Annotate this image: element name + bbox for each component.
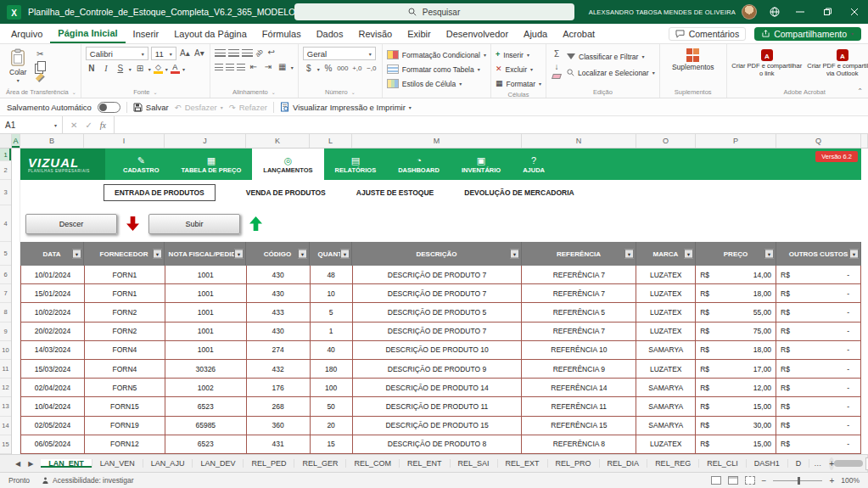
cell-date[interactable]: 10/01/2024 bbox=[21, 266, 85, 283]
cell-quantity[interactable]: 100 bbox=[311, 379, 353, 396]
cell-price[interactable]: R$15,00 bbox=[696, 397, 776, 415]
excel-app-icon[interactable]: X bbox=[7, 5, 21, 20]
cell-code[interactable]: 360 bbox=[247, 417, 311, 435]
undo-button[interactable]: ↶Desfazer▾ bbox=[175, 103, 223, 112]
header-codigo[interactable]: CÓDIGO▼ bbox=[246, 242, 310, 266]
cell-brand[interactable]: SAMARYA bbox=[636, 341, 696, 359]
cell-other-costs[interactable]: R$- bbox=[776, 379, 861, 396]
redo-button[interactable]: ↷Refazer bbox=[229, 103, 267, 112]
cell-description[interactable]: DESCRIÇÃO DE PRODUTO 9 bbox=[353, 360, 523, 378]
cell-supplier[interactable]: FORN4 bbox=[85, 341, 165, 359]
cell-supplier[interactable]: FORN1 bbox=[85, 284, 165, 302]
cell-brand[interactable]: LUZATEX bbox=[636, 323, 696, 340]
sheet-tab[interactable]: LAN_DEV bbox=[193, 459, 244, 468]
filter-icon[interactable]: ▼ bbox=[72, 250, 81, 259]
cell-reference[interactable]: REFERÊNCIA 9 bbox=[522, 360, 636, 378]
cell-description[interactable]: DESCRIÇÃO DE PRODUTO 7 bbox=[353, 284, 523, 302]
format-painter-icon[interactable] bbox=[36, 73, 45, 82]
cell-date[interactable]: 02/05/2024 bbox=[21, 417, 85, 435]
cell-invoice[interactable]: 6523 bbox=[165, 435, 247, 453]
sheet-tab[interactable]: REL_GER bbox=[294, 459, 346, 468]
cell-code[interactable]: 432 bbox=[247, 360, 311, 378]
wrap-text-icon[interactable]: ↩ bbox=[266, 47, 277, 59]
cell-quantity[interactable]: 40 bbox=[311, 341, 353, 359]
cell-other-costs[interactable]: R$- bbox=[776, 397, 861, 415]
column-header[interactable]: P bbox=[696, 134, 776, 148]
cell-reference[interactable]: REFERÊNCIA 11 bbox=[522, 397, 636, 415]
sheet-tab[interactable]: REL_REG bbox=[647, 459, 699, 468]
cell-quantity[interactable]: 50 bbox=[311, 397, 353, 415]
zoom-out-icon[interactable]: − bbox=[762, 476, 767, 485]
align-left-icon[interactable] bbox=[215, 64, 223, 71]
cell-description[interactable]: DESCRIÇÃO DE PRODUTO 8 bbox=[353, 435, 523, 453]
cell-invoice[interactable]: 1001 bbox=[165, 303, 247, 321]
row-header[interactable]: 8 bbox=[0, 303, 11, 322]
row-header[interactable]: 11 bbox=[0, 360, 11, 379]
cell-code[interactable]: 430 bbox=[247, 284, 311, 302]
cell-other-costs[interactable]: R$- bbox=[776, 303, 861, 321]
cell-supplier[interactable]: FORN2 bbox=[85, 303, 165, 321]
comma-format-icon[interactable]: 000 bbox=[337, 63, 349, 75]
sheet-tab[interactable]: REL_ENT bbox=[400, 459, 451, 468]
find-select-button[interactable]: Localizar e Selecionar▾ bbox=[567, 66, 655, 79]
filter-icon[interactable]: ▼ bbox=[340, 250, 350, 259]
merge-center-icon[interactable]: ▦ bbox=[277, 61, 288, 73]
column-header[interactable]: J bbox=[165, 134, 246, 148]
avatar[interactable] bbox=[742, 4, 757, 20]
header-descricao[interactable]: DESCRIÇÃO▼ bbox=[352, 242, 522, 266]
column-header[interactable]: K bbox=[246, 134, 310, 148]
filter-icon[interactable]: ▼ bbox=[764, 250, 774, 259]
cell-supplier[interactable]: FORN19 bbox=[85, 417, 165, 435]
banner-nav-relatorios[interactable]: ▤RELATÓRIOS bbox=[324, 149, 388, 180]
collapse-ribbon-icon[interactable]: ⌃ bbox=[857, 87, 863, 95]
orientation-icon[interactable]: ab bbox=[254, 48, 265, 59]
banner-nav-dashboard[interactable]: ◔DASHBOARD bbox=[387, 149, 451, 180]
increase-decimal-icon[interactable]: +,0 bbox=[351, 63, 363, 75]
insert-function-icon[interactable]: fx bbox=[100, 121, 106, 130]
horizontal-scrollbar[interactable] bbox=[834, 460, 863, 467]
subtab[interactable]: DEVOLUÇÃO DE MERCADORIA bbox=[464, 188, 574, 197]
cell-quantity[interactable]: 180 bbox=[311, 360, 353, 378]
header-preco[interactable]: PREÇO▼ bbox=[696, 242, 776, 266]
increase-font-icon[interactable]: A▴ bbox=[179, 48, 191, 59]
sheet-tab[interactable]: REL_COM bbox=[346, 459, 400, 468]
paste-button[interactable]: Colar▾ bbox=[6, 47, 30, 86]
ribbon-tab[interactable]: Página Inicial bbox=[50, 24, 125, 43]
zoom-level[interactable]: 100% bbox=[841, 476, 860, 485]
percent-format-icon[interactable]: % bbox=[322, 63, 334, 75]
cell-date[interactable]: 10/04/2024 bbox=[21, 397, 85, 415]
cell-reference[interactable]: REFERÊNCIA 7 bbox=[522, 266, 636, 283]
column-header[interactable]: L bbox=[310, 134, 352, 148]
ribbon-tab[interactable]: Dados bbox=[309, 24, 351, 43]
cell-supplier[interactable]: FORN4 bbox=[85, 360, 165, 378]
name-box[interactable]: A1▾ bbox=[0, 116, 63, 133]
format-cells-button[interactable]: ▦Formatar▾ bbox=[496, 77, 541, 90]
move-down-button[interactable]: Descer bbox=[25, 214, 117, 234]
row-header[interactable]: 5 bbox=[0, 242, 11, 266]
sheet-tab[interactable]: REL_EXT bbox=[498, 459, 548, 468]
ribbon-tab[interactable]: Inserir bbox=[126, 24, 167, 43]
cell-description[interactable]: DESCRIÇÃO DE PRODUTO 15 bbox=[353, 417, 523, 435]
minimize-button[interactable] bbox=[787, 0, 814, 24]
cell-date[interactable]: 02/04/2024 bbox=[21, 379, 85, 396]
column-header[interactable]: M bbox=[352, 134, 522, 148]
align-center-icon[interactable] bbox=[226, 64, 234, 71]
filter-icon[interactable]: ▼ bbox=[684, 250, 693, 259]
filter-icon[interactable]: ▼ bbox=[624, 250, 634, 259]
row-header[interactable]: 13 bbox=[0, 397, 11, 416]
save-button[interactable]: Salvar bbox=[133, 103, 169, 112]
move-up-button[interactable]: Subir bbox=[148, 214, 240, 234]
cell-quantity[interactable]: 20 bbox=[311, 417, 353, 435]
close-button[interactable] bbox=[841, 0, 868, 24]
cell-brand[interactable]: LUZATEX bbox=[636, 284, 696, 302]
search-box[interactable]: Pesquisar bbox=[294, 3, 574, 20]
cell-brand[interactable]: LUZATEX bbox=[636, 435, 696, 453]
prev-sheet-icon[interactable]: ◀ bbox=[15, 460, 20, 468]
cell-price[interactable]: R$30,00 bbox=[696, 417, 776, 435]
cell-code[interactable]: 433 bbox=[247, 303, 311, 321]
sheet-tab[interactable]: REL_SAI bbox=[451, 459, 498, 468]
cell-supplier[interactable]: FORN12 bbox=[85, 435, 165, 453]
dialog-launcher-icon[interactable]: ⌄ bbox=[72, 89, 76, 95]
cell-price[interactable]: R$55,00 bbox=[696, 303, 776, 321]
cell-price[interactable]: R$18,00 bbox=[696, 341, 776, 359]
